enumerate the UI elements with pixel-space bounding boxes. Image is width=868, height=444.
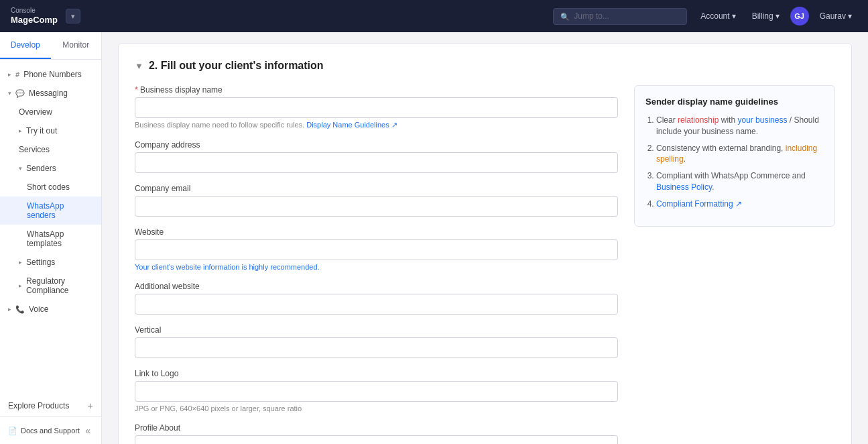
top-navigation: Console MageComp ▾ Account Billing GJ Ga… (0, 0, 868, 32)
hash-icon (15, 70, 19, 78)
sidebar-item-regulatory-compliance[interactable]: Regulatory Compliance (0, 272, 101, 300)
sidebar-item-overview[interactable]: Overview (0, 103, 101, 121)
voice-icon: 📞 (15, 305, 25, 314)
console-label: Console (11, 7, 58, 15)
label-website: Website (135, 227, 618, 237)
form-group-vertical: Vertical (135, 325, 618, 358)
form-fields-column: * Business display name Business display… (135, 85, 618, 444)
account-button[interactable]: Account (695, 9, 741, 23)
hint-business-display-name: Business display name need to follow spe… (135, 121, 618, 129)
billing-button[interactable]: Billing (747, 9, 785, 23)
input-link-to-logo[interactable] (135, 381, 618, 402)
tab-develop[interactable]: Develop (0, 32, 51, 59)
guidelines-title: Sender display name guidelines (645, 97, 824, 107)
form-group-company-email: Company email (135, 184, 618, 217)
billing-chevron-icon (776, 11, 780, 21)
sidebar-item-try-it-out[interactable]: Try it out (0, 121, 101, 140)
label-additional-website: Additional website (135, 282, 618, 291)
hint-website: Your client's website information is hig… (135, 263, 618, 271)
docs-and-support[interactable]: 📄 Docs and Support (8, 427, 80, 435)
input-company-address[interactable] (135, 152, 618, 173)
form-section-title: ▼ 2. Fill out your client's information (135, 60, 835, 72)
input-company-email[interactable] (135, 196, 618, 217)
sidebar-item-senders[interactable]: Senders (0, 159, 101, 178)
sidebar-collapse-button[interactable]: « (82, 424, 93, 437)
nav-actions: Account Billing GJ Gaurav (695, 7, 857, 25)
messaging-chevron-icon (8, 90, 11, 97)
hint-link-to-logo: JPG or PNG, 640×640 pixels or larger, sq… (135, 404, 618, 412)
user-chevron-icon (848, 11, 852, 21)
sidebar-item-short-codes[interactable]: Short codes (0, 178, 101, 197)
form-group-business-display-name: * Business display name Business display… (135, 85, 618, 129)
docs-icon: 📄 (8, 427, 17, 435)
senders-chevron-icon (19, 165, 22, 172)
sidebar-item-settings[interactable]: Settings (0, 253, 101, 272)
brand-name: MageComp (11, 15, 58, 25)
sidebar-item-whatsapp-senders[interactable]: WhatsApp senders (0, 197, 101, 225)
guideline-item-1: Clear relationship with your business / … (656, 115, 824, 137)
compliant-formatting-link[interactable]: Compliant Formatting ↗ (656, 199, 742, 209)
form-group-link-to-logo: Link to Logo JPG or PNG, 640×640 pixels … (135, 369, 618, 412)
brand-logo: Console MageComp (11, 7, 58, 25)
sidebar-item-services[interactable]: Services (0, 140, 101, 159)
guideline-item-4: Compliant Formatting ↗ (656, 199, 824, 210)
sidebar-item-phone-numbers[interactable]: Phone Numbers (0, 65, 101, 84)
form-group-website: Website Your client's website informatio… (135, 227, 618, 271)
search-bar[interactable] (553, 8, 687, 25)
label-business-display-name: * Business display name (135, 85, 618, 95)
sidebar-item-voice[interactable]: 📞 Voice (0, 300, 101, 319)
user-menu-button[interactable]: Gaurav (814, 9, 857, 23)
external-link-icon-2: ↗ (735, 199, 742, 209)
label-profile-about: Profile About (135, 423, 618, 433)
form-group-company-address: Company address (135, 140, 618, 173)
search-icon (560, 11, 570, 21)
tab-monitor[interactable]: Monitor (51, 32, 102, 59)
voice-chevron-icon (8, 306, 11, 313)
account-chevron-icon (732, 11, 736, 21)
sidebar-nav: Phone Numbers 💬 Messaging Overview Try i… (0, 60, 101, 394)
label-link-to-logo: Link to Logo (135, 369, 618, 378)
label-company-email: Company email (135, 184, 618, 193)
explore-products[interactable]: Explore Products + (0, 394, 101, 417)
external-link-icon: ↗ (391, 121, 397, 129)
main-content: ▼ 2. Fill out your client's information … (102, 32, 868, 444)
phone-numbers-chevron-icon (8, 71, 11, 78)
explore-plus-icon: + (87, 400, 93, 411)
sidebar-footer: 📄 Docs and Support « (0, 417, 101, 444)
label-company-address: Company address (135, 140, 618, 150)
input-website[interactable] (135, 239, 618, 260)
guideline-item-2: Consistency with external branding, incl… (656, 143, 824, 166)
settings-chevron-icon (19, 259, 22, 266)
page-layout: Develop Monitor Phone Numbers 💬 Messagin… (0, 32, 868, 444)
sidebar-item-messaging[interactable]: 💬 Messaging (0, 84, 101, 103)
input-profile-about[interactable] (135, 435, 618, 444)
messaging-icon: 💬 (15, 89, 25, 98)
input-additional-website[interactable] (135, 294, 618, 315)
try-it-out-chevron-icon (19, 127, 22, 134)
guidelines-list: Clear relationship with your business / … (645, 115, 824, 210)
expand-button[interactable]: ▾ (66, 9, 80, 23)
sidebar: Develop Monitor Phone Numbers 💬 Messagin… (0, 32, 102, 444)
form-layout: * Business display name Business display… (135, 85, 835, 444)
sidebar-item-whatsapp-templates[interactable]: WhatsApp templates (0, 225, 101, 253)
sidebar-tab-bar: Develop Monitor (0, 32, 101, 60)
display-name-guidelines-link[interactable]: Display Name Guidelines ↗ (306, 121, 397, 129)
regulatory-chevron-icon (19, 282, 22, 289)
form-card: ▼ 2. Fill out your client's information … (118, 43, 852, 444)
guidelines-panel: Sender display name guidelines Clear rel… (634, 85, 835, 227)
search-input[interactable] (574, 11, 680, 21)
guideline-item-3: Compliant with WhatsApp Commerce and Bus… (656, 170, 824, 193)
label-vertical: Vertical (135, 325, 618, 335)
section-collapse-icon[interactable]: ▼ (135, 61, 143, 71)
input-vertical[interactable] (135, 337, 618, 358)
input-business-display-name[interactable] (135, 97, 618, 118)
form-group-additional-website: Additional website (135, 282, 618, 315)
form-group-profile-about: Profile About (135, 423, 618, 444)
avatar[interactable]: GJ (790, 7, 809, 25)
